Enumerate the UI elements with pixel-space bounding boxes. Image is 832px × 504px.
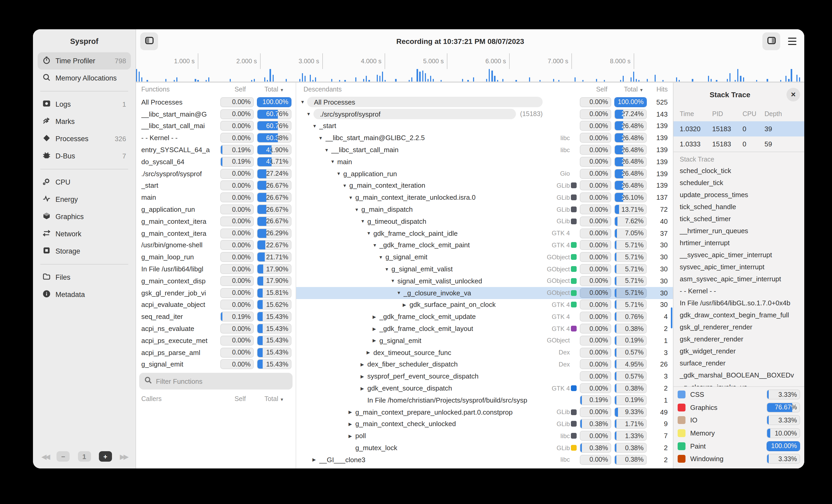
sidebar-item-time-profiler[interactable]: Time Profiler798 <box>38 52 131 69</box>
descendant-row[interactable]: ▼__libc_start_main@GLIBC_2.2.5libc0.00%2… <box>296 132 673 144</box>
stack-frame[interactable]: tick_sched_handle <box>680 201 804 213</box>
descendants-self-header[interactable]: Self <box>586 86 618 93</box>
zoom-in-button[interactable]: + <box>99 451 112 461</box>
sidebar-item-storage[interactable]: Storage <box>38 243 131 260</box>
cpu-activity-chart[interactable] <box>136 69 804 83</box>
function-row[interactable]: ./src/sysprof/sysprof0.00%27.24%27.24% <box>136 168 296 180</box>
hamburger-menu-button[interactable] <box>784 32 800 50</box>
expander-open-icon[interactable]: ▼ <box>348 195 355 200</box>
sidebar-item-cpu[interactable]: CPU <box>38 174 131 191</box>
descendant-row[interactable]: ▶polllibc0.00%1.33%1.33%7 <box>296 430 673 442</box>
skip-forward-button[interactable]: ▶▶ <box>120 452 127 460</box>
zoom-out-button[interactable]: − <box>57 451 70 461</box>
function-row[interactable]: - - Kernel - -0.00%60.38%60.38% <box>136 132 296 144</box>
descendant-row[interactable]: ▼g_main_context_iterate_unlocked.isra.0G… <box>296 192 673 204</box>
sample-column-header[interactable]: CPU <box>743 110 764 118</box>
functions-total-header[interactable]: Total▼ <box>257 86 291 93</box>
descendant-row[interactable]: ▶__GI___clone3libc0.00%0.38%0.38%2 <box>296 454 673 466</box>
descendant-row[interactable]: ▼g_timeout_dispatchGLib0.00%7.62%7.62%40 <box>296 216 673 227</box>
descendant-row[interactable]: ▶dex_fiber_scheduler_dispatchDex0.00%4.9… <box>296 358 673 370</box>
function-row[interactable]: entry_SYSCALL_64_a0.19%0.19%41.90%41.90% <box>136 144 296 156</box>
expander-open-icon[interactable]: ▼ <box>397 290 404 296</box>
function-row[interactable]: In File /usr/lib64/libgl0.00%17.90%17.90… <box>136 263 296 275</box>
sample-column-header[interactable]: Depth <box>764 110 804 118</box>
sample-row[interactable]: 1.032015183039 <box>673 121 804 136</box>
stack-frame[interactable]: _g_closure_invoke_va <box>680 381 804 387</box>
expander-open-icon[interactable]: ▼ <box>342 183 349 188</box>
expander-closed-icon[interactable]: ▶ <box>348 421 355 427</box>
stack-frame[interactable]: asm_sysvec_apic_timer_interrupt <box>680 273 804 285</box>
stack-frame[interactable]: gsk_renderer_render <box>680 333 804 345</box>
descendant-row[interactable]: g_mutex_lockGLib0.38%0.38%0.38%0.38%2 <box>296 442 673 454</box>
stack-frame[interactable]: hrtimer_interrupt <box>680 237 804 249</box>
function-row[interactable]: All Processes0.00%100.00%100.00% <box>136 96 296 108</box>
skip-backward-button[interactable]: ◀◀ <box>41 452 49 460</box>
function-row[interactable]: _start0.00%26.67%26.67% <box>136 179 296 192</box>
expander-open-icon[interactable]: ▼ <box>372 243 380 248</box>
callers-total-header[interactable]: Total▼ <box>257 395 291 403</box>
sidebar-item-graphics[interactable]: Graphics <box>38 208 131 225</box>
function-row[interactable]: __libc_start_call_mai0.00%60.76%60.76% <box>136 120 296 132</box>
expander-closed-icon[interactable]: ▶ <box>348 409 355 415</box>
close-icon[interactable]: ✕ <box>786 88 800 102</box>
expander-closed-icon[interactable]: ▶ <box>312 457 319 463</box>
expander-closed-icon[interactable]: ▶ <box>402 302 410 307</box>
toggle-left-sidebar-button[interactable] <box>140 32 158 50</box>
expander-open-icon[interactable]: ▼ <box>379 255 385 260</box>
expander-open-icon[interactable]: ▼ <box>331 159 337 164</box>
descendant-row[interactable]: ▼./src/sysprof/sysprof(15183)0.00%27.24%… <box>296 108 673 120</box>
sidebar-item-metadata[interactable]: Metadata <box>38 286 131 303</box>
sidebar-item-processes[interactable]: Processes326 <box>38 130 131 147</box>
expander-closed-icon[interactable]: ▶ <box>372 326 380 331</box>
sidebar-item-logs[interactable]: Logs1 <box>38 96 131 113</box>
expander-open-icon[interactable]: ▼ <box>355 207 361 212</box>
function-row[interactable]: seq_read_iter0.19%0.19%15.43%15.43% <box>136 311 296 323</box>
expander-open-icon[interactable]: ▼ <box>318 135 325 141</box>
descendant-row[interactable]: ▼g_application_runGio0.00%26.48%26.48%13… <box>296 168 673 180</box>
expander-open-icon[interactable]: ▼ <box>385 267 391 272</box>
stack-frame[interactable]: gdk_draw_context_begin_frame_full <box>680 309 804 321</box>
expander-open-icon[interactable]: ▼ <box>361 219 367 224</box>
descendant-row[interactable]: ▶_gdk_frame_clock_emit_updateGTK 40.00%0… <box>296 311 673 323</box>
stack-frame[interactable]: __hrtimer_run_queues <box>680 225 804 237</box>
stack-frame[interactable]: _gdk_marshal_BOOLEAN__BOXEDv <box>680 369 804 381</box>
expander-open-icon[interactable]: ▼ <box>324 147 331 152</box>
descendant-row[interactable]: ▶gdk_event_source_dispatchGTK 40.00%0.38… <box>296 382 673 394</box>
toggle-right-sidebar-button[interactable] <box>762 32 780 50</box>
stack-frame[interactable]: scheduler_tick <box>680 177 804 189</box>
time-ruler[interactable]: 1.000 s2.000 s3.000 s4.000 s5.000 s6.000… <box>136 53 804 69</box>
descendant-row[interactable]: ▼_gdk_frame_clock_emit_paintGTK 40.00%5.… <box>296 239 673 251</box>
expander-open-icon[interactable]: ▼ <box>312 123 319 129</box>
function-row[interactable]: acpi_ns_evaluate0.00%15.43%15.43% <box>136 323 296 335</box>
descendant-row[interactable]: ▼g_main_dispatchGLib0.00%13.71%13.71%72 <box>296 203 673 216</box>
descendant-row[interactable]: ▼signal_emit_valist_unlockedGObject0.00%… <box>296 275 673 287</box>
sample-column-header[interactable]: Time <box>680 110 712 118</box>
expander-closed-icon[interactable]: ▶ <box>361 362 367 367</box>
function-row[interactable]: g_main_context_itera0.00%26.29%26.29% <box>136 227 296 240</box>
sidebar-item-d-bus[interactable]: D-Bus7 <box>38 147 131 165</box>
function-row[interactable]: g_application_run0.00%26.67%26.67% <box>136 203 296 216</box>
functions-self-header[interactable]: Self <box>224 86 257 93</box>
function-row[interactable]: do_syscall_640.19%0.19%41.71%41.71% <box>136 156 296 168</box>
descendants-header[interactable]: Descendants <box>304 86 552 93</box>
descendant-row[interactable]: ▼g_main_context_iterationGLib0.00%26.48%… <box>296 179 673 192</box>
descendant-row[interactable]: ▼_g_closure_invoke_vaGObject0.00%5.71%5.… <box>296 287 673 299</box>
stack-frame[interactable]: gsk_gl_renderer_render <box>680 321 804 333</box>
descendant-row[interactable]: ▶sysprof_perf_event_source_dispatch0.00%… <box>296 370 673 383</box>
function-row[interactable]: acpi_evaluate_object0.00%15.62%15.62% <box>136 299 296 311</box>
function-row[interactable]: g_main_context_itera0.00%26.67%26.67% <box>136 216 296 227</box>
sidebar-item-network[interactable]: Network <box>38 225 131 243</box>
stack-frame[interactable]: __sysvec_apic_timer_interrupt <box>680 249 804 261</box>
descendant-row[interactable]: ▶g_main_context_check_unlockedGLib0.38%0… <box>296 418 673 430</box>
descendant-row[interactable]: ▼g_signal_emit_valistGObject0.00%5.71%5.… <box>296 263 673 275</box>
descendant-row[interactable]: ▶g_main_context_prepare_unlocked.part.0.… <box>296 406 673 418</box>
descendant-row[interactable]: ▼g_signal_emitGObject0.00%5.71%5.71%30 <box>296 251 673 263</box>
descendant-row[interactable]: ▼__libc_start_call_mainlibc0.00%26.48%26… <box>296 144 673 156</box>
function-row[interactable]: acpi_ps_execute_met0.00%15.43%15.43% <box>136 335 296 347</box>
callers-header[interactable]: Callers <box>141 395 224 403</box>
expander-closed-icon[interactable]: ▶ <box>372 338 380 343</box>
stack-frame[interactable]: sysvec_apic_timer_interrupt <box>680 261 804 273</box>
function-row[interactable]: __libc_start_main@G0.00%60.76%60.76% <box>136 108 296 120</box>
stack-frame[interactable]: tick_sched_timer <box>680 213 804 225</box>
function-row[interactable]: /usr/bin/gnome-shell0.00%22.67%22.67% <box>136 239 296 251</box>
